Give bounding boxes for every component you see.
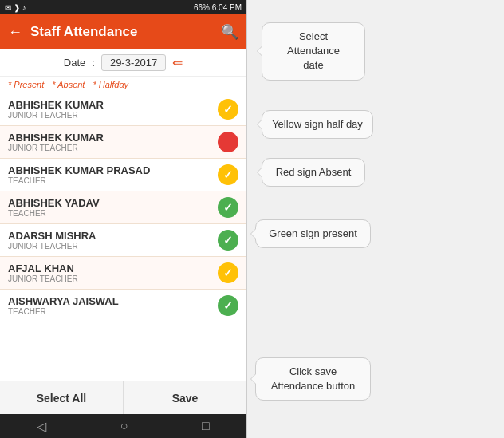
staff-info: ADARSH MISHRA JUNIOR TEACHER [8, 230, 96, 251]
staff-role: TEACHER [8, 209, 100, 218]
app-bar: ← Staff Attendance 🔍 [0, 14, 246, 49]
staff-role: JUNIOR TEACHER [8, 242, 96, 251]
status-dot[interactable] [218, 132, 238, 152]
phone-container: ✉ ❱ ♪ 66% 6:04 PM ← Staff Attendance 🔍 D… [0, 0, 247, 438]
staff-role: JUNIOR TEACHER [8, 274, 78, 283]
staff-info: ABHISHEK KUMAR JUNIOR TEACHER [8, 132, 104, 152]
search-button[interactable]: 🔍 [221, 23, 238, 41]
staff-item[interactable]: ABHISHEK KUMAR PRASAD TEACHER ✓ [0, 159, 246, 191]
staff-info: AFJAL KHAN JUNIOR TEACHER [8, 262, 78, 283]
status-dot[interactable]: ✓ [218, 262, 238, 283]
status-dot[interactable]: ✓ [218, 230, 238, 251]
date-value[interactable]: 29-3-2017 [101, 54, 166, 71]
staff-info: ABHISHEK KUMAR JUNIOR TEACHER [8, 99, 104, 120]
staff-list: ABHISHEK KUMAR JUNIOR TEACHER ✓ ABHISHEK… [0, 93, 246, 381]
callout-date: Select Attendance date [262, 22, 365, 81]
staff-name: ABHISHEK KUMAR [8, 132, 104, 144]
date-colon: : [92, 57, 95, 69]
save-button[interactable]: Save [124, 381, 246, 414]
battery-signal: 66% 6:04 PM [194, 3, 242, 12]
staff-name: AFJAL KHAN [8, 262, 78, 274]
date-label: Date [64, 57, 85, 69]
back-button[interactable]: ← [8, 24, 22, 41]
legend-present: * Present [8, 80, 44, 89]
staff-role: TEACHER [8, 307, 119, 316]
staff-item[interactable]: ADARSH MISHRA JUNIOR TEACHER ✓ [0, 224, 246, 257]
notification-icons: ✉ ❱ ♪ [5, 3, 26, 12]
status-dot[interactable]: ✓ [218, 99, 238, 120]
recent-nav-icon[interactable]: □ [202, 419, 210, 433]
staff-name: ABHISHEK KUMAR [8, 99, 104, 111]
legend-absent: * Absent [52, 80, 85, 89]
date-arrow-icon: ⇐ [172, 55, 183, 70]
staff-role: JUNIOR TEACHER [8, 144, 104, 152]
back-nav-icon[interactable]: ◁ [37, 419, 46, 434]
callout-green: Green sign present [255, 219, 371, 248]
nav-bar: ◁ ○ □ [0, 414, 246, 438]
staff-item[interactable]: AFJAL KHAN JUNIOR TEACHER ✓ [0, 257, 246, 290]
status-dot[interactable]: ✓ [218, 197, 238, 218]
status-bar: ✉ ❱ ♪ 66% 6:04 PM [0, 0, 246, 14]
staff-info: ABHISHEK KUMAR PRASAD TEACHER [8, 164, 150, 185]
home-nav-icon[interactable]: ○ [120, 419, 128, 433]
staff-info: AISHWARYA JAISWAL TEACHER [8, 295, 119, 316]
staff-info: ABHISHEK YADAV TEACHER [8, 197, 100, 218]
legend-row: * Present * Absent * Halfday [0, 77, 246, 93]
staff-role: TEACHER [8, 176, 150, 185]
app-bar-title: Staff Attendance [30, 24, 221, 40]
staff-name: ADARSH MISHRA [8, 230, 96, 242]
staff-name: AISHWARYA JAISWAL [8, 295, 119, 307]
staff-item[interactable]: ABHISHEK YADAV TEACHER ✓ [0, 191, 246, 224]
staff-item[interactable]: AISHWARYA JAISWAL TEACHER ✓ [0, 290, 246, 322]
staff-name: ABHISHEK YADAV [8, 197, 100, 209]
callout-yellow: Yellow sign half day [262, 110, 373, 139]
callout-save: Click save Attendance button [255, 357, 371, 401]
staff-name: ABHISHEK KUMAR PRASAD [8, 164, 150, 176]
staff-item[interactable]: ABHISHEK KUMAR JUNIOR TEACHER ✓ [0, 93, 246, 126]
staff-role: JUNIOR TEACHER [8, 111, 104, 120]
select-all-button[interactable]: Select All [0, 381, 124, 414]
callout-red: Red sign Absent [262, 158, 365, 187]
status-dot[interactable]: ✓ [218, 164, 238, 185]
staff-item[interactable]: ABHISHEK KUMAR JUNIOR TEACHER [0, 126, 246, 159]
date-row: Date : 29-3-2017 ⇐ [0, 49, 246, 77]
status-bar-left: ✉ ❱ ♪ [5, 3, 26, 12]
status-dot[interactable]: ✓ [218, 295, 238, 316]
callouts-area: Select Attendance date Yellow sign half … [247, 0, 504, 438]
status-bar-right: 66% 6:04 PM [194, 3, 242, 12]
bottom-bar: Select All Save [0, 381, 246, 414]
legend-halfday: * Halfday [93, 80, 128, 89]
